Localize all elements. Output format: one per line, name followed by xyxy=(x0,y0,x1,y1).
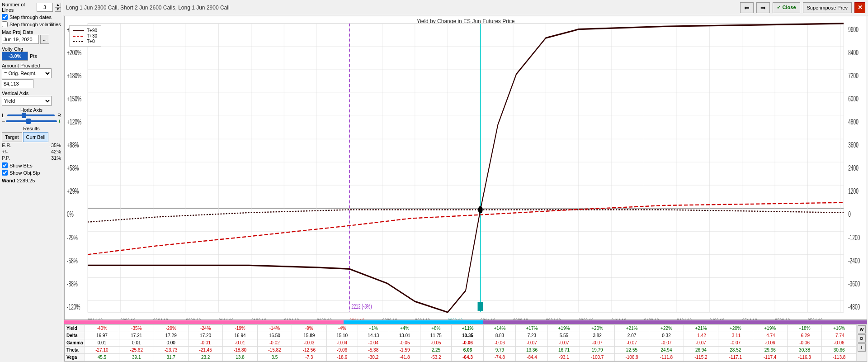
er-row: E.R. -35% xyxy=(2,142,61,148)
svg-text:+200%: +200% xyxy=(67,49,81,57)
spinner-up[interactable]: ▲ xyxy=(55,3,61,7)
svg-text:-1200: -1200 xyxy=(848,233,860,242)
num-lines-input[interactable]: 3 xyxy=(37,3,53,12)
wand-row: Wand 2289.25 xyxy=(2,178,61,183)
results-section: Results Target Curr Bell E.R. -35% +/- 4… xyxy=(2,126,61,161)
vertical-axis-section: Vertical Axis Yield xyxy=(2,90,61,106)
svg-text:+29%: +29% xyxy=(67,187,79,195)
svg-text:2389.10: 2389.10 xyxy=(579,317,594,319)
d-side-btn[interactable]: D xyxy=(858,334,866,343)
yield-col-18: +21% xyxy=(684,325,718,332)
svg-text:2414.10: 2414.10 xyxy=(611,317,626,319)
svg-text:2139.10: 2139.10 xyxy=(251,317,266,319)
yield-col-8: +1% xyxy=(358,325,389,332)
superimpose-btn[interactable]: Superimpose Prev xyxy=(803,2,852,13)
zoom-slider-thumb[interactable] xyxy=(26,119,31,124)
plusminus-row: +/- 42% xyxy=(2,148,61,155)
legend-t0: T+0 xyxy=(73,39,97,44)
red-x-btn[interactable]: ✕ xyxy=(854,2,865,13)
horiz-axis-label: Horiz Axis xyxy=(2,107,61,113)
svg-text:3600: 3600 xyxy=(848,141,859,149)
num-lines-spinner: ▲ ▼ xyxy=(55,3,61,12)
table-row-yield: Yield -40% -35% -29% -24% -19% -14% -9% … xyxy=(65,325,857,332)
svg-text:-3600: -3600 xyxy=(848,280,860,288)
pp-value: 31% xyxy=(51,155,61,161)
yield-col-4: -19% xyxy=(223,325,257,332)
volty-chg-input[interactable]: -3.0% xyxy=(2,52,28,61)
svg-text:+88%: +88% xyxy=(67,141,79,149)
show-bes-checkbox[interactable] xyxy=(2,162,8,168)
data-table: Yield -40% -35% -29% -24% -19% -14% -9% … xyxy=(65,324,857,361)
table-row-theta: Theta -27.10-25.62-23.73-21.45-18.80-15.… xyxy=(65,347,857,354)
plusminus-value: 42% xyxy=(51,149,61,154)
svg-text:-58%: -58% xyxy=(67,257,78,265)
vertical-axis-select[interactable]: Yield xyxy=(2,96,52,106)
table-row-vega: Vega 45.539.131.723.213.83.5-7.3-18.6-30… xyxy=(65,354,857,361)
legend-label-t90: T+90 xyxy=(87,28,97,33)
svg-text:2564.10: 2564.10 xyxy=(807,317,822,319)
chart-area[interactable]: Yield by Change in ES Jun Futures Price … xyxy=(64,16,867,320)
step-volatilities-label: Step through volatilities xyxy=(9,22,61,27)
date-picker-btn[interactable]: ... xyxy=(40,35,49,44)
yield-col-0: -40% xyxy=(85,325,119,332)
w-side-btn[interactable]: W xyxy=(858,325,866,333)
svg-text:-2400: -2400 xyxy=(848,257,860,265)
left-panel: Number of Lines 3 ▲ ▼ Step through dates… xyxy=(0,0,63,362)
wand-value: 2289.25 xyxy=(17,178,35,183)
chart-and-table: Yield by Change in ES Jun Futures Price … xyxy=(63,15,868,362)
er-value: -35% xyxy=(49,143,61,148)
max-proj-date-input[interactable]: Jun 19, 2020 xyxy=(2,35,39,44)
svg-text:2164.10: 2164.10 xyxy=(284,317,299,319)
svg-text:-88%: -88% xyxy=(67,280,78,288)
yield-col-13: +17% xyxy=(516,325,548,332)
yield-col-16: +21% xyxy=(614,325,649,332)
main-layout: Number of Lines 3 ▲ ▼ Step through dates… xyxy=(0,0,868,362)
yield-col-20: +19% xyxy=(753,325,787,332)
svg-text:2264.10: 2264.10 xyxy=(415,317,430,319)
strategy-label: Long 1 Jun 2300 Call, Short 2 Jun 2600 C… xyxy=(66,5,230,11)
svg-text:9600: 9600 xyxy=(848,26,859,34)
horiz-slider-thumb[interactable] xyxy=(22,113,26,118)
svg-text:0%: 0% xyxy=(67,210,74,219)
yield-col-7: -4% xyxy=(326,325,358,332)
svg-text:2314.10: 2314.10 xyxy=(481,317,495,319)
lr-row: L R xyxy=(2,113,61,118)
close-btn[interactable]: ✓ Close xyxy=(773,2,800,13)
svg-text:7200: 7200 xyxy=(848,72,859,80)
svg-text:2439.10: 2439.10 xyxy=(644,317,659,319)
num-lines-label: Number of Lines xyxy=(2,2,35,13)
yield-col-2: -29% xyxy=(154,325,188,332)
svg-text:4800: 4800 xyxy=(848,118,859,126)
volty-chg-label: Volty Chg xyxy=(2,46,61,52)
spinner-down[interactable]: ▼ xyxy=(55,7,61,12)
svg-text:+180%: +180% xyxy=(67,72,81,80)
legend-t30: T+30 xyxy=(73,33,97,38)
forward-arrow-btn[interactable]: ⇒ xyxy=(756,2,770,13)
i-side-btn[interactable]: I xyxy=(858,343,866,352)
curr-bell-btn[interactable]: Curr Bell xyxy=(23,132,49,142)
svg-text:+120%: +120% xyxy=(67,118,81,126)
zoom-slider[interactable] xyxy=(6,120,57,122)
yield-col-10: +8% xyxy=(420,325,452,332)
step-volatilities-checkbox[interactable] xyxy=(2,21,8,27)
svg-text:8400: 8400 xyxy=(848,49,859,57)
right-col: Long 1 Jun 2300 Call, Short 2 Jun 2600 C… xyxy=(63,0,868,362)
svg-text:6000: 6000 xyxy=(848,95,859,103)
svg-text:-4800: -4800 xyxy=(848,303,860,311)
svg-text:1200: 1200 xyxy=(848,187,859,195)
legend-label-t0: T+0 xyxy=(87,39,95,44)
results-buttons: Target Curr Bell xyxy=(2,132,61,142)
max-proj-date-section: Max Proj Date Jun 19, 2020 ... xyxy=(2,29,61,44)
amount-value-input[interactable]: $4,113 xyxy=(2,79,33,88)
show-bes-row: Show BEs xyxy=(2,162,61,168)
back-arrow-btn[interactable]: ⇐ xyxy=(740,2,754,13)
show-obj-stp-checkbox[interactable] xyxy=(2,170,8,176)
pts-label: Pts xyxy=(30,53,37,59)
amount-select[interactable]: = Orig. Reqmt. xyxy=(2,68,52,78)
step-dates-checkbox[interactable] xyxy=(2,14,8,20)
target-btn[interactable]: Target xyxy=(2,132,22,142)
svg-text:-120%: -120% xyxy=(67,303,80,311)
vertical-axis-label: Vertical Axis xyxy=(2,90,61,96)
amount-provided-section: Amount Provided = Orig. Reqmt. $4,113 xyxy=(2,62,61,88)
color-bar-purple xyxy=(483,320,867,324)
